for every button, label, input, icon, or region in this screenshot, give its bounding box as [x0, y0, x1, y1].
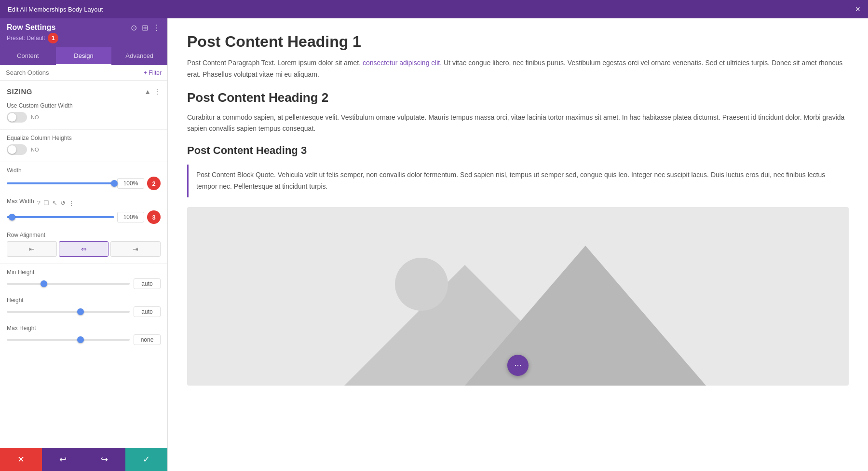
top-bar-title: Edit All Memberships Body Layout — [8, 6, 103, 13]
sizing-section-header: Sizing ▲ ⋮ — [0, 81, 167, 99]
max-width-slider[interactable] — [7, 216, 114, 218]
row-settings-header: Row Settings Preset: Default 1 ⊙ ⊞ ⋮ — [0, 18, 167, 47]
help-icon[interactable]: ? — [37, 199, 41, 207]
floating-menu-icon: ··· — [514, 360, 521, 370]
cancel-icon: ✕ — [17, 454, 25, 465]
max-width-slider-thumb — [9, 214, 15, 221]
min-height-row: Min Height — [0, 266, 167, 294]
equalize-col-toggle-label: NO — [31, 147, 39, 152]
min-height-input[interactable] — [134, 278, 161, 289]
dots-icon[interactable]: ⋮ — [68, 199, 75, 207]
custom-gutter-label: Use Custom Gutter Width — [7, 102, 161, 109]
alignment-buttons: ⇤ ⇔ ⇥ — [7, 241, 161, 257]
max-height-slider[interactable] — [7, 339, 130, 341]
main-layout: Row Settings Preset: Default 1 ⊙ ⊞ ⋮ Con… — [0, 18, 868, 471]
floating-menu-button[interactable]: ··· — [507, 355, 529, 376]
width-input[interactable] — [117, 178, 144, 189]
max-width-row: Max Width ? ☐ ↖ ↺ ⋮ 3 — [0, 195, 167, 229]
left-panel: Row Settings Preset: Default 1 ⊙ ⊞ ⋮ Con… — [0, 18, 168, 471]
redo-icon: ↪ — [101, 454, 108, 465]
custom-gutter-toggle-label: NO — [31, 114, 39, 120]
save-icon: ✓ — [143, 454, 150, 465]
align-center-button[interactable]: ⇔ — [59, 241, 109, 257]
link-icon[interactable]: ☐ — [43, 199, 49, 207]
width-row: Width 2 — [0, 164, 167, 195]
custom-gutter-width-row: Use Custom Gutter Width NO — [0, 99, 167, 127]
divider-3 — [0, 263, 167, 264]
width-slider-thumb — [111, 180, 118, 187]
reset-icon[interactable]: ↺ — [60, 199, 66, 207]
max-height-label: Max Height — [7, 325, 161, 332]
preset-label: Preset: Default — [7, 35, 45, 42]
redo-button[interactable]: ↪ — [84, 448, 126, 471]
width-badge: 2 — [147, 177, 161, 190]
tab-advanced[interactable]: Advanced — [111, 47, 167, 65]
toggle-knob — [8, 113, 16, 122]
search-bar: + Filter — [0, 65, 167, 81]
tab-content[interactable]: Content — [0, 47, 56, 65]
height-row: Height — [0, 294, 167, 322]
min-height-slider[interactable] — [7, 283, 130, 285]
divider-1 — [0, 129, 167, 130]
tabs: Content Design Advanced — [0, 47, 167, 65]
cursor-icon[interactable]: ↖ — [52, 199, 57, 207]
sizing-section-title: Sizing — [7, 87, 32, 96]
height-thumb — [77, 308, 84, 315]
min-height-thumb — [41, 280, 47, 287]
equalize-column-heights-row: Equalize Column Heights NO — [0, 132, 167, 160]
preset-badge: 1 — [48, 33, 58, 43]
height-input[interactable] — [134, 306, 161, 317]
content-blockquote: Post Content Block Quote. Vehicula velit… — [187, 165, 849, 197]
search-input[interactable] — [6, 69, 140, 76]
width-label: Width — [7, 167, 161, 174]
content-para-1: Post Content Paragraph Text. Lorem ipsum… — [187, 57, 849, 81]
equalize-col-label: Equalize Column Heights — [7, 135, 161, 141]
max-width-label: Max Width — [7, 198, 34, 205]
placeholder-image: ··· — [187, 207, 849, 386]
undo-icon: ↩ — [59, 454, 67, 465]
width-slider[interactable] — [7, 182, 114, 184]
min-height-label: Min Height — [7, 269, 161, 276]
content-para-2: Curabitur a commodo sapien, at pellentes… — [187, 112, 849, 135]
custom-gutter-toggle[interactable] — [7, 112, 27, 123]
row-settings-title: Row Settings — [7, 23, 58, 32]
align-left-button[interactable]: ⇤ — [7, 241, 57, 257]
row-alignment-row: Row Alignment ⇤ ⇔ ⇥ — [0, 229, 167, 262]
height-slider[interactable] — [7, 311, 130, 313]
max-height-thumb — [77, 336, 84, 343]
content-link[interactable]: consectetur adipiscing elit. — [363, 59, 442, 67]
bottom-bar: ✕ ↩ ↪ ✓ — [0, 448, 167, 471]
row-alignment-label: Row Alignment — [7, 232, 161, 238]
content-heading-3: Post Content Heading 3 — [187, 144, 849, 157]
max-height-input[interactable] — [134, 334, 161, 345]
tab-design[interactable]: Design — [56, 47, 112, 65]
para1-text-a: Post Content Paragraph Text. Lorem ipsum… — [187, 59, 363, 67]
collapse-arrow-icon[interactable]: ▲ — [144, 88, 151, 96]
svg-point-3 — [395, 258, 448, 311]
more-icon[interactable]: ⋮ — [153, 23, 161, 32]
content-heading-1: Post Content Heading 1 — [187, 33, 849, 51]
divider-2 — [0, 162, 167, 162]
max-height-row: Max Height — [0, 322, 167, 350]
height-label: Height — [7, 297, 161, 304]
right-content: Post Content Heading 1 Post Content Para… — [168, 18, 868, 471]
close-button[interactable]: × — [855, 4, 860, 14]
cancel-button[interactable]: ✕ — [0, 448, 42, 471]
filter-button[interactable]: + Filter — [144, 69, 162, 76]
max-width-badge: 3 — [147, 210, 161, 224]
save-button[interactable]: ✓ — [125, 448, 167, 471]
equalize-toggle-knob — [8, 145, 16, 154]
align-right-button[interactable]: ⇥ — [110, 241, 161, 257]
undo-button[interactable]: ↩ — [42, 448, 84, 471]
content-heading-2: Post Content Heading 2 — [187, 90, 849, 105]
section-more-icon[interactable]: ⋮ — [154, 88, 161, 96]
top-bar: Edit All Memberships Body Layout × — [0, 0, 868, 18]
columns-icon[interactable]: ⊞ — [142, 23, 148, 32]
equalize-col-toggle[interactable] — [7, 144, 27, 155]
settings-icon[interactable]: ⊙ — [131, 23, 137, 32]
panel-content: Sizing ▲ ⋮ Use Custom Gutter Width NO — [0, 81, 167, 448]
max-width-input[interactable] — [117, 212, 144, 222]
